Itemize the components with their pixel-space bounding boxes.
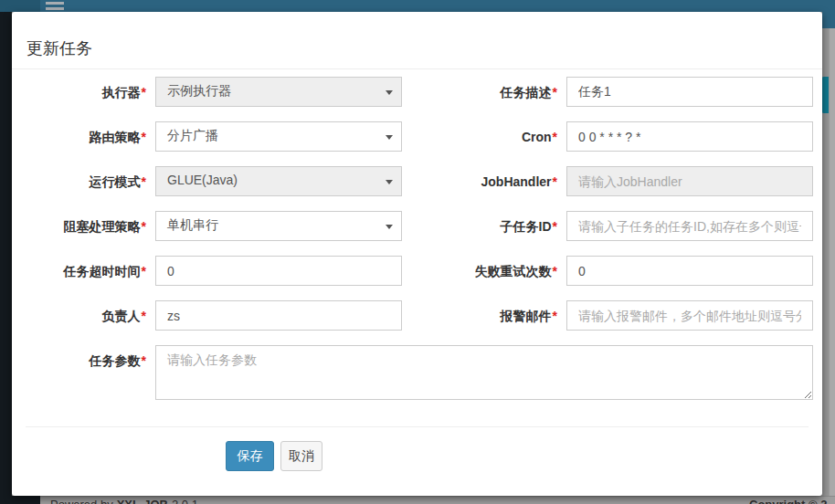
required-marker: * bbox=[142, 309, 146, 323]
required-marker: * bbox=[553, 264, 557, 278]
job-desc-label: 任务描述* bbox=[420, 85, 557, 101]
app-screen: Powered byXXL-JOB2.0.1 Copyright © 2 更新任… bbox=[0, 0, 835, 504]
required-marker: * bbox=[553, 309, 557, 323]
sidebar-bottom-edge bbox=[0, 496, 40, 504]
required-marker: * bbox=[553, 219, 557, 234]
route-strategy-select[interactable]: 分片广播 bbox=[155, 121, 402, 152]
required-marker: * bbox=[142, 264, 146, 278]
block-strategy-label: 阻塞处理策略* bbox=[9, 219, 146, 236]
page-footer: Powered byXXL-JOB2.0.1 Copyright © 2 bbox=[40, 496, 835, 504]
fail-retry-input[interactable] bbox=[566, 256, 813, 286]
executor-label: 执行器* bbox=[9, 85, 146, 101]
timeout-input[interactable] bbox=[155, 256, 402, 286]
chevron-down-icon bbox=[386, 135, 393, 140]
top-navbar-edge bbox=[822, 0, 835, 28]
jobhandler-input bbox=[566, 166, 813, 196]
page-scrollbar[interactable] bbox=[829, 28, 835, 496]
route-strategy-label: 路由策略* bbox=[9, 130, 146, 146]
executor-select: 示例执行器 bbox=[155, 77, 402, 107]
required-marker: * bbox=[142, 85, 146, 100]
required-marker: * bbox=[142, 353, 146, 368]
footer-powered-text: Powered byXXL-JOB2.0.1 bbox=[50, 498, 198, 504]
chevron-down-icon bbox=[386, 180, 393, 184]
required-marker: * bbox=[142, 174, 146, 189]
form-footer-divider bbox=[26, 426, 809, 427]
chevron-down-icon bbox=[386, 225, 393, 229]
author-input[interactable] bbox=[155, 300, 402, 331]
top-navbar bbox=[0, 0, 835, 12]
footer-copyright: Copyright © 2 bbox=[749, 498, 827, 504]
required-marker: * bbox=[142, 130, 146, 144]
modal-header-divider bbox=[12, 68, 822, 69]
author-label: 负责人* bbox=[9, 309, 146, 325]
job-param-textarea[interactable] bbox=[155, 345, 813, 400]
child-jobid-input[interactable] bbox=[566, 211, 813, 241]
timeout-label: 任务超时时间* bbox=[9, 264, 146, 280]
alarm-email-input[interactable] bbox=[566, 300, 813, 331]
chevron-down-icon bbox=[386, 90, 393, 95]
save-button[interactable]: 保存 bbox=[226, 441, 274, 471]
required-marker: * bbox=[553, 130, 557, 144]
required-marker: * bbox=[553, 174, 557, 189]
modal-title: 更新任务 bbox=[26, 37, 92, 59]
alarm-email-label: 报警邮件* bbox=[420, 309, 557, 325]
cron-label: Cron* bbox=[420, 130, 557, 144]
update-task-modal: 更新任务 执行器* 示例执行器 任务描述* 路由策略* 分片广播 Cron* 运… bbox=[12, 12, 822, 496]
jobhandler-label: JobHandler* bbox=[420, 174, 557, 189]
required-marker: * bbox=[553, 85, 557, 100]
glue-type-select: GLUE(Java) bbox=[155, 166, 402, 196]
block-strategy-select[interactable]: 单机串行 bbox=[155, 211, 402, 241]
logo-area bbox=[0, 0, 40, 12]
child-jobid-label: 子任务ID* bbox=[420, 219, 557, 236]
job-desc-input[interactable] bbox=[566, 77, 813, 107]
cancel-button[interactable]: 取消 bbox=[280, 441, 322, 471]
footer-brand: XXL-JOB bbox=[117, 498, 168, 504]
required-marker: * bbox=[142, 219, 146, 234]
hamburger-icon[interactable] bbox=[46, 0, 64, 12]
job-param-label: 任务参数* bbox=[9, 353, 146, 370]
glue-type-label: 运行模式* bbox=[9, 174, 146, 191]
fail-retry-label: 失败重试次数* bbox=[420, 264, 557, 280]
cron-input[interactable] bbox=[566, 121, 813, 152]
